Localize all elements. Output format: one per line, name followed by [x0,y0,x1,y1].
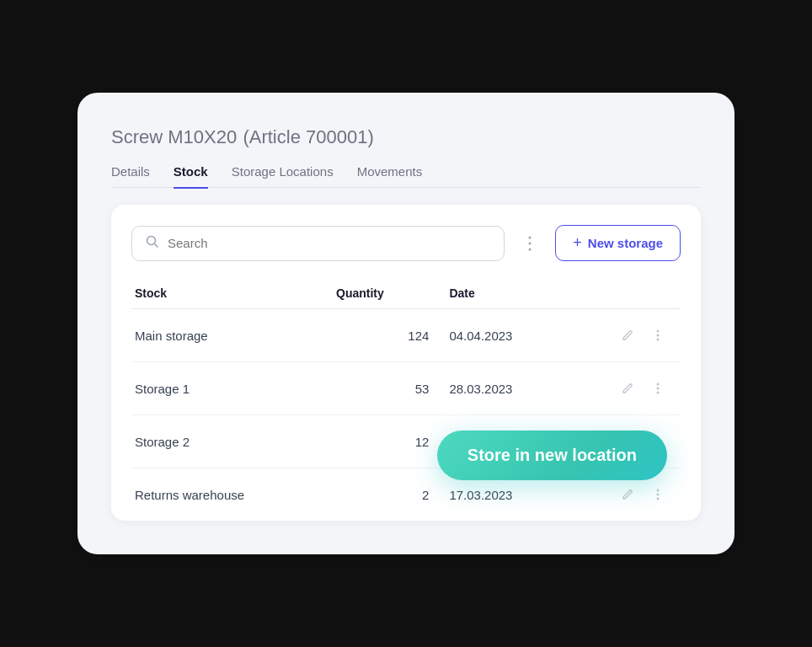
cell-quantity: 124 [336,309,449,362]
tab-bar: Details Stock Storage Locations Movement… [111,164,701,189]
table-row: Returns warehouse217.03.2023 [131,468,681,521]
row-more-button[interactable] [645,429,670,454]
cell-stock: Storage 1 [131,362,336,415]
svg-point-6 [657,334,660,337]
svg-point-5 [657,330,660,333]
edit-button[interactable] [615,323,640,348]
tab-details[interactable]: Details [111,164,150,189]
edit-button[interactable] [615,482,640,507]
tab-stock[interactable]: Stock [174,164,208,189]
more-options-button[interactable] [515,228,545,259]
cell-date: 28.03.2023 [449,362,571,415]
cell-stock: Main storage [131,309,336,362]
article-number: (Article 700001) [243,126,373,147]
svg-point-13 [657,445,660,447]
table-row: Storage 21222.03.2023 [131,415,681,468]
inner-card: + New storage Stock Quantity Date Main s… [111,205,701,521]
article-name: Screw M10X20 [111,126,237,147]
search-box [131,226,505,261]
tab-storage-locations[interactable]: Storage Locations [232,164,334,189]
cell-quantity: 12 [336,415,449,468]
toolbar: + New storage [131,225,681,261]
svg-point-11 [657,436,660,439]
cell-stock: Storage 2 [131,415,336,468]
svg-point-2 [529,236,532,238]
svg-point-9 [657,388,660,390]
cell-actions [571,362,681,415]
cell-quantity: 53 [336,362,449,415]
col-header-actions [571,278,681,309]
col-header-stock: Stock [131,278,336,309]
edit-button[interactable] [615,429,640,454]
search-input[interactable] [168,236,490,250]
table-row: Storage 15328.03.2023 [131,362,681,415]
cell-quantity: 2 [336,468,449,521]
storage-table: Stock Quantity Date Main storage12404.04… [131,278,681,521]
svg-line-1 [155,243,158,247]
page-title: Screw M10X20 (Article 700001) [111,123,701,149]
new-storage-button[interactable]: + New storage [555,225,681,261]
cell-date: 17.03.2023 [449,468,571,521]
svg-point-16 [657,498,660,500]
svg-point-10 [657,392,660,394]
cell-actions [571,309,681,362]
new-storage-label: New storage [588,236,663,250]
row-more-button[interactable] [645,323,670,348]
cell-date: 04.04.2023 [449,309,571,362]
plus-icon: + [573,234,582,252]
row-more-button[interactable] [645,482,670,507]
tab-movements[interactable]: Movements [357,164,423,189]
row-more-button[interactable] [645,376,670,401]
svg-point-7 [657,339,660,341]
svg-point-15 [657,494,660,496]
svg-point-14 [657,489,660,492]
svg-point-8 [657,383,660,386]
cell-stock: Returns warehouse [131,468,336,521]
col-header-quantity: Quantity [336,278,449,309]
edit-button[interactable] [615,376,640,401]
col-header-date: Date [449,278,571,309]
cell-actions [571,415,681,468]
search-icon [146,235,159,252]
svg-point-4 [529,248,532,250]
cell-date: 22.03.2023 [449,415,571,468]
table-row: Main storage12404.04.2023 [131,309,681,362]
svg-point-3 [529,242,532,244]
cell-actions [571,468,681,521]
svg-point-12 [657,441,660,443]
